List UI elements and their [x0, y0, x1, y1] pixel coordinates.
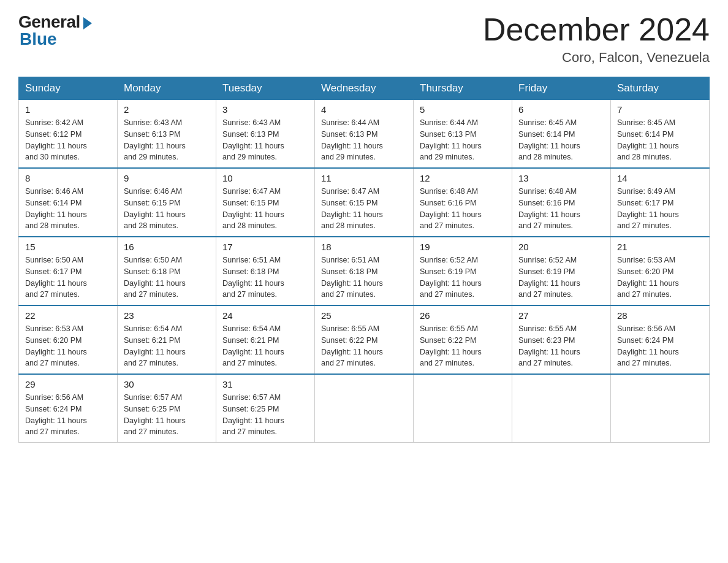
- day-number: 20: [518, 242, 604, 252]
- day-info: Sunrise: 6:42 AMSunset: 6:12 PMDaylight:…: [25, 117, 111, 163]
- calendar-cell: 4Sunrise: 6:44 AMSunset: 6:13 PMDaylight…: [315, 100, 414, 169]
- calendar-cell: 20Sunrise: 6:52 AMSunset: 6:19 PMDayligh…: [512, 237, 611, 305]
- calendar-cell: 14Sunrise: 6:49 AMSunset: 6:17 PMDayligh…: [611, 168, 710, 237]
- day-info: Sunrise: 6:47 AMSunset: 6:15 PMDaylight:…: [222, 186, 308, 232]
- day-info: Sunrise: 6:56 AMSunset: 6:24 PMDaylight:…: [617, 323, 703, 369]
- calendar-cell: 26Sunrise: 6:55 AMSunset: 6:22 PMDayligh…: [414, 305, 512, 374]
- calendar-cell: 21Sunrise: 6:53 AMSunset: 6:20 PMDayligh…: [611, 237, 710, 305]
- calendar-cell: 11Sunrise: 6:47 AMSunset: 6:15 PMDayligh…: [315, 168, 414, 237]
- calendar-week-2: 8Sunrise: 6:46 AMSunset: 6:14 PMDaylight…: [19, 168, 710, 237]
- day-info: Sunrise: 6:53 AMSunset: 6:20 PMDaylight:…: [617, 255, 703, 301]
- title-area: December 2024 Coro, Falcon, Venezuela: [483, 12, 710, 66]
- day-number: 4: [321, 104, 407, 115]
- calendar-week-4: 22Sunrise: 6:53 AMSunset: 6:20 PMDayligh…: [19, 305, 710, 374]
- day-number: 12: [420, 173, 506, 183]
- calendar-cell: 9Sunrise: 6:46 AMSunset: 6:15 PMDaylight…: [118, 168, 216, 237]
- calendar-cell: 15Sunrise: 6:50 AMSunset: 6:17 PMDayligh…: [19, 237, 118, 305]
- day-number: 25: [321, 310, 407, 321]
- calendar-week-3: 15Sunrise: 6:50 AMSunset: 6:17 PMDayligh…: [19, 237, 710, 305]
- day-info: Sunrise: 6:57 AMSunset: 6:25 PMDaylight:…: [124, 392, 210, 438]
- day-number: 23: [124, 310, 210, 321]
- day-number: 15: [25, 242, 111, 252]
- day-info: Sunrise: 6:56 AMSunset: 6:24 PMDaylight:…: [25, 392, 111, 438]
- header-row: SundayMondayTuesdayWednesdayThursdayFrid…: [19, 77, 710, 100]
- day-number: 26: [420, 310, 506, 321]
- calendar-cell: 3Sunrise: 6:43 AMSunset: 6:13 PMDaylight…: [216, 100, 315, 169]
- day-info: Sunrise: 6:53 AMSunset: 6:20 PMDaylight:…: [25, 323, 111, 369]
- location-title: Coro, Falcon, Venezuela: [483, 50, 710, 66]
- day-number: 2: [124, 104, 210, 115]
- day-info: Sunrise: 6:51 AMSunset: 6:18 PMDaylight:…: [321, 255, 407, 301]
- calendar-cell: [414, 374, 512, 443]
- calendar-cell: 28Sunrise: 6:56 AMSunset: 6:24 PMDayligh…: [611, 305, 710, 374]
- page-header: General Blue December 2024 Coro, Falcon,…: [18, 12, 710, 66]
- day-info: Sunrise: 6:50 AMSunset: 6:17 PMDaylight:…: [25, 255, 111, 301]
- day-number: 29: [25, 379, 111, 389]
- day-number: 19: [420, 242, 506, 252]
- day-info: Sunrise: 6:52 AMSunset: 6:19 PMDaylight:…: [420, 255, 506, 301]
- day-info: Sunrise: 6:44 AMSunset: 6:13 PMDaylight:…: [420, 117, 506, 163]
- day-number: 22: [25, 310, 111, 321]
- calendar-week-5: 29Sunrise: 6:56 AMSunset: 6:24 PMDayligh…: [19, 374, 710, 443]
- logo: General Blue: [18, 12, 92, 49]
- day-number: 5: [420, 104, 506, 115]
- header-cell-wednesday: Wednesday: [315, 77, 414, 100]
- header-cell-saturday: Saturday: [611, 77, 710, 100]
- calendar-cell: 7Sunrise: 6:45 AMSunset: 6:14 PMDaylight…: [611, 100, 710, 169]
- calendar-cell: 27Sunrise: 6:55 AMSunset: 6:23 PMDayligh…: [512, 305, 611, 374]
- calendar-cell: 31Sunrise: 6:57 AMSunset: 6:25 PMDayligh…: [216, 374, 315, 443]
- calendar-cell: [315, 374, 414, 443]
- day-info: Sunrise: 6:43 AMSunset: 6:13 PMDaylight:…: [222, 117, 308, 163]
- header-cell-monday: Monday: [118, 77, 216, 100]
- day-number: 1: [25, 104, 111, 115]
- calendar-cell: 13Sunrise: 6:48 AMSunset: 6:16 PMDayligh…: [512, 168, 611, 237]
- day-info: Sunrise: 6:44 AMSunset: 6:13 PMDaylight:…: [321, 117, 407, 163]
- day-info: Sunrise: 6:52 AMSunset: 6:19 PMDaylight:…: [518, 255, 604, 301]
- day-number: 24: [222, 310, 308, 321]
- day-info: Sunrise: 6:55 AMSunset: 6:22 PMDaylight:…: [321, 323, 407, 369]
- calendar-cell: 29Sunrise: 6:56 AMSunset: 6:24 PMDayligh…: [19, 374, 118, 443]
- calendar-cell: 10Sunrise: 6:47 AMSunset: 6:15 PMDayligh…: [216, 168, 315, 237]
- day-info: Sunrise: 6:54 AMSunset: 6:21 PMDaylight:…: [222, 323, 308, 369]
- day-number: 30: [124, 379, 210, 389]
- day-info: Sunrise: 6:55 AMSunset: 6:23 PMDaylight:…: [518, 323, 604, 369]
- day-number: 10: [222, 173, 308, 183]
- day-info: Sunrise: 6:51 AMSunset: 6:18 PMDaylight:…: [222, 255, 308, 301]
- calendar-cell: 16Sunrise: 6:50 AMSunset: 6:18 PMDayligh…: [118, 237, 216, 305]
- day-number: 27: [518, 310, 604, 321]
- calendar-week-1: 1Sunrise: 6:42 AMSunset: 6:12 PMDaylight…: [19, 100, 710, 169]
- day-info: Sunrise: 6:43 AMSunset: 6:13 PMDaylight:…: [124, 117, 210, 163]
- calendar-cell: 19Sunrise: 6:52 AMSunset: 6:19 PMDayligh…: [414, 237, 512, 305]
- day-number: 21: [617, 242, 703, 252]
- calendar-cell: 1Sunrise: 6:42 AMSunset: 6:12 PMDaylight…: [19, 100, 118, 169]
- calendar-cell: [512, 374, 611, 443]
- day-number: 11: [321, 173, 407, 183]
- day-info: Sunrise: 6:45 AMSunset: 6:14 PMDaylight:…: [518, 117, 604, 163]
- day-info: Sunrise: 6:47 AMSunset: 6:15 PMDaylight:…: [321, 186, 407, 232]
- day-number: 28: [617, 310, 703, 321]
- day-number: 7: [617, 104, 703, 115]
- header-cell-friday: Friday: [512, 77, 611, 100]
- day-info: Sunrise: 6:46 AMSunset: 6:15 PMDaylight:…: [124, 186, 210, 232]
- day-info: Sunrise: 6:49 AMSunset: 6:17 PMDaylight:…: [617, 186, 703, 232]
- header-cell-tuesday: Tuesday: [216, 77, 315, 100]
- day-number: 3: [222, 104, 308, 115]
- header-cell-sunday: Sunday: [19, 77, 118, 100]
- day-info: Sunrise: 6:46 AMSunset: 6:14 PMDaylight:…: [25, 186, 111, 232]
- day-number: 17: [222, 242, 308, 252]
- calendar-cell: 23Sunrise: 6:54 AMSunset: 6:21 PMDayligh…: [118, 305, 216, 374]
- day-number: 6: [518, 104, 604, 115]
- day-number: 18: [321, 242, 407, 252]
- calendar-cell: 12Sunrise: 6:48 AMSunset: 6:16 PMDayligh…: [414, 168, 512, 237]
- calendar-cell: 18Sunrise: 6:51 AMSunset: 6:18 PMDayligh…: [315, 237, 414, 305]
- calendar-cell: 17Sunrise: 6:51 AMSunset: 6:18 PMDayligh…: [216, 237, 315, 305]
- calendar-table: SundayMondayTuesdayWednesdayThursdayFrid…: [18, 77, 710, 443]
- calendar-cell: 2Sunrise: 6:43 AMSunset: 6:13 PMDaylight…: [118, 100, 216, 169]
- calendar-body: 1Sunrise: 6:42 AMSunset: 6:12 PMDaylight…: [19, 100, 710, 443]
- calendar-cell: 25Sunrise: 6:55 AMSunset: 6:22 PMDayligh…: [315, 305, 414, 374]
- calendar-cell: 24Sunrise: 6:54 AMSunset: 6:21 PMDayligh…: [216, 305, 315, 374]
- calendar-cell: 6Sunrise: 6:45 AMSunset: 6:14 PMDaylight…: [512, 100, 611, 169]
- logo-blue-text: Blue: [20, 29, 57, 49]
- day-info: Sunrise: 6:45 AMSunset: 6:14 PMDaylight:…: [617, 117, 703, 163]
- month-title: December 2024: [483, 12, 710, 47]
